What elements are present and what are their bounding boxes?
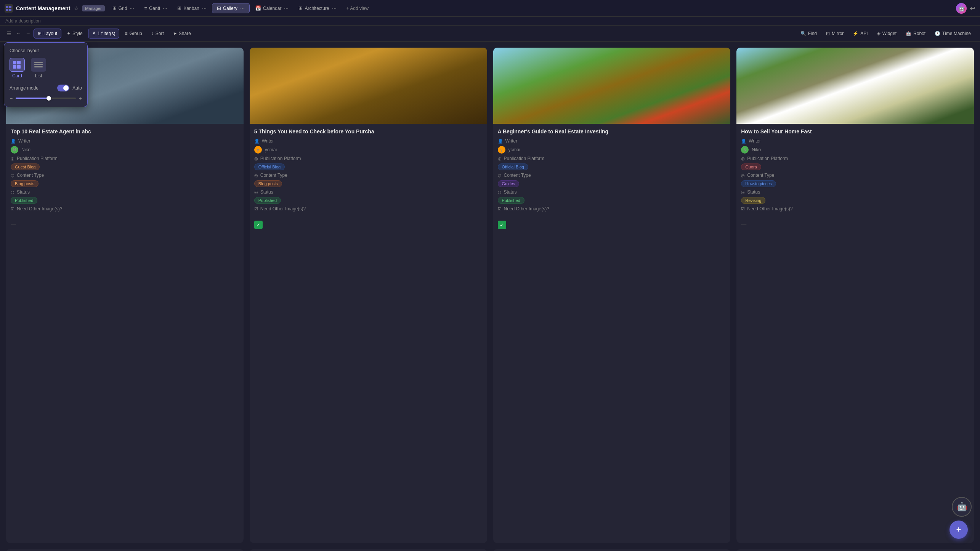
tab-architecture[interactable]: ⊞ Architecture ⋯ (294, 3, 341, 13)
size-slider[interactable] (16, 98, 76, 99)
share-button[interactable]: ➤ Share (169, 29, 195, 38)
tab-calendar[interactable]: 📅 Calendar ⋯ (250, 3, 294, 13)
card-4-writer-field: 👤 Writer (741, 138, 969, 144)
find-button[interactable]: 🔍 Find (797, 29, 821, 38)
tab-kanban-label: Kanban (183, 6, 199, 11)
card-3-check-icon: ✓ (498, 221, 506, 229)
notifications-icon[interactable]: ↩ (970, 4, 975, 13)
card-1-pub-label: Publication Platform (17, 156, 58, 161)
arrange-mode-value: Auto (72, 85, 82, 91)
toolbar: ☰ ← → ⊞ Layout ✦ Style ⊻ 1 filter(s) ≡ G… (0, 26, 980, 42)
svg-rect-8 (34, 62, 43, 63)
star-icon[interactable]: ☆ (74, 5, 79, 11)
card-3-writer-value: y ycmai (498, 146, 726, 154)
card-2-body: 5 Things You Need to Check before You Pu… (250, 124, 487, 218)
tab-calendar-label: Calendar (263, 6, 282, 11)
style-label: Style (72, 31, 83, 36)
manager-badge: Manager (82, 5, 104, 11)
row2-card-3[interactable] (493, 549, 731, 551)
size-increase-button[interactable]: + (79, 95, 82, 101)
size-decrease-button[interactable]: − (10, 95, 13, 101)
sort-button[interactable]: ↕ Sort (148, 29, 168, 38)
svg-rect-0 (6, 6, 8, 8)
card-4-footer: — (736, 218, 974, 231)
filter-button[interactable]: ⊻ 1 filter(s) (88, 29, 120, 38)
tab-gallery[interactable]: ⊞ Gallery ⋯ (212, 3, 250, 13)
card-1-images-field: ☑ Need Other Image(s)? (11, 206, 239, 211)
card-4-status-value: Revising (741, 197, 969, 204)
user-avatar[interactable]: 🤖 (956, 3, 967, 14)
kanban-tab-menu[interactable]: ⋯ (202, 6, 207, 11)
card-4-content-type-label: Content Type (747, 173, 774, 178)
layout-list-option[interactable]: List (31, 58, 46, 78)
gantt-tab-menu[interactable]: ⋯ (163, 6, 167, 11)
tab-kanban[interactable]: ⊞ Kanban ⋯ (173, 3, 211, 13)
checkbox-icon-4: ☑ (741, 207, 745, 211)
gallery-tab-menu[interactable]: ⋯ (240, 6, 245, 11)
redo-icon[interactable]: → (24, 29, 32, 38)
status-icon-4: ◎ (741, 190, 745, 195)
add-record-button[interactable]: + (950, 521, 968, 539)
top-bar: Content Management ☆ Manager ⊞ Grid ⋯ ≡ … (0, 0, 980, 17)
row2-card-4[interactable] (736, 549, 974, 551)
card-1-writer-label: Writer (18, 138, 30, 144)
card-3-writer-field: 👤 Writer (498, 138, 726, 144)
group-icon: ≡ (125, 31, 127, 36)
card-4-title: How to Sell Your Home Fast (741, 128, 969, 135)
card-2-status-label: Status (260, 189, 273, 195)
card-1-writer-name: Niko (21, 147, 30, 152)
card-1-pub-platform-value: Guest Blog (11, 163, 239, 170)
sidebar-toggle-icon[interactable]: ☰ (5, 29, 13, 38)
api-button[interactable]: ⚡ API (849, 29, 871, 38)
time-machine-button[interactable]: 🕐 Time Machine (931, 29, 975, 38)
card-4-image (736, 48, 974, 124)
layout-popup: Choose layout Card (4, 42, 88, 107)
slider-fill (16, 98, 49, 99)
card-4-writer-label: Writer (749, 138, 761, 144)
find-label: Find (808, 31, 817, 36)
card-1-writer-field: 👤 Writer (11, 138, 239, 144)
undo-icon[interactable]: ← (14, 29, 22, 38)
grid-tab-menu[interactable]: ⋯ (130, 6, 134, 11)
calendar-tab-menu[interactable]: ⋯ (284, 6, 289, 11)
checkbox-icon: ☑ (11, 207, 14, 211)
row2-card-2[interactable] (250, 549, 487, 551)
architecture-tab-menu[interactable]: ⋯ (332, 6, 337, 11)
floating-avatar[interactable]: 🤖 (952, 497, 972, 517)
writer-icon-4: 👤 (741, 139, 746, 144)
card-2-images-label: Need Other Image(s)? (260, 206, 306, 211)
svg-rect-6 (13, 65, 16, 69)
card-4-content-type-field: ◎ Content Type (741, 173, 969, 178)
robot-button[interactable]: 🤖 Robot (902, 29, 929, 38)
card-2-content-type-field: ◎ Content Type (254, 173, 483, 178)
widget-button[interactable]: ◈ Widget (873, 29, 900, 38)
style-button[interactable]: ✦ Style (63, 29, 87, 38)
content-type-icon-2: ◎ (254, 173, 258, 178)
layout-card-option[interactable]: Card (10, 58, 25, 78)
mirror-button[interactable]: ⊡ Mirror (822, 29, 847, 38)
card-1-pub-platform-chip: Guest Blog (11, 163, 40, 170)
arrange-mode-toggle[interactable] (57, 85, 69, 91)
add-view-button[interactable]: + Add view (342, 4, 373, 13)
tab-grid[interactable]: ⊞ Grid ⋯ (108, 3, 139, 13)
card-3-content-type-chip: Guides (498, 180, 520, 187)
size-slider-row: − + (10, 95, 82, 101)
card-2-status-field: ◎ Status (254, 189, 483, 195)
row2-card-1[interactable] (6, 549, 244, 551)
card-layout-icon (10, 58, 25, 72)
card-4-pub-platform-field: ◎ Publication Platform (741, 156, 969, 161)
card-1[interactable]: Top 10 Real Estate Agent in abc 👤 Writer… (6, 48, 244, 543)
card-3[interactable]: A Beginner's Guide to Real Estate Invest… (493, 48, 731, 543)
group-button[interactable]: ≡ Group (121, 29, 146, 38)
tab-gantt[interactable]: ≡ Gantt ⋯ (140, 3, 172, 13)
arrange-mode-label: Arrange mode (10, 85, 54, 91)
time-machine-icon: 🕐 (935, 31, 940, 36)
card-4-status-field: ◎ Status (741, 189, 969, 195)
gantt-icon: ≡ (144, 5, 147, 11)
tab-gallery-label: Gallery (223, 6, 237, 11)
layout-button[interactable]: ⊞ Layout (34, 29, 61, 38)
card-1-body: Top 10 Real Estate Agent in abc 👤 Writer… (6, 124, 244, 218)
card-4[interactable]: How to Sell Your Home Fast 👤 Writer N Ni… (736, 48, 974, 543)
card-2[interactable]: 5 Things You Need to Check before You Pu… (250, 48, 487, 543)
calendar-icon: 📅 (255, 5, 261, 11)
